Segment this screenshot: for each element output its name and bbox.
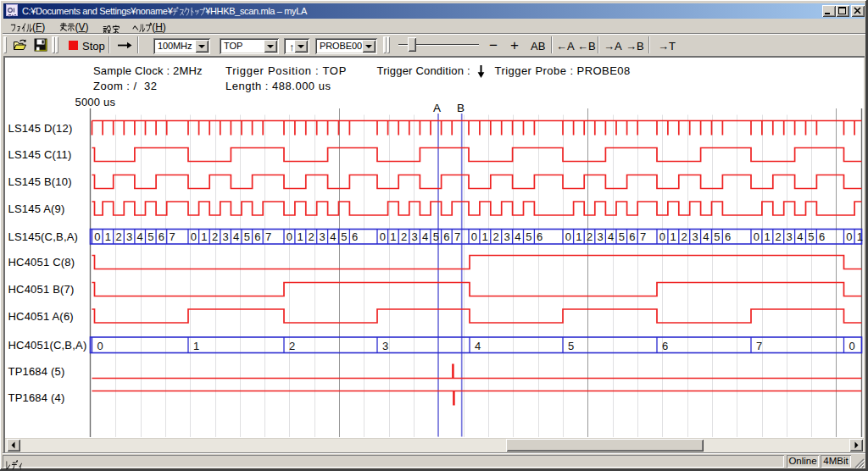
- svg-text:3: 3: [786, 230, 792, 243]
- svg-text:5: 5: [433, 230, 439, 243]
- svg-text:3: 3: [692, 230, 698, 243]
- svg-text:4: 4: [703, 230, 709, 243]
- svg-text:4: 4: [233, 230, 239, 243]
- svg-text:7: 7: [169, 230, 175, 243]
- svg-text:1: 1: [105, 230, 111, 243]
- svg-text:1: 1: [857, 230, 863, 243]
- svg-text:4: 4: [515, 230, 520, 243]
- svg-text:LS145 D(12): LS145 D(12): [8, 122, 73, 135]
- svg-text:TP1684 (5): TP1684 (5): [8, 365, 65, 378]
- svg-text:3: 3: [319, 230, 325, 243]
- svg-text:7: 7: [756, 340, 762, 352]
- svg-text:LS145 B(10): LS145 B(10): [8, 175, 72, 188]
- svg-text:HC4051 B(7): HC4051 B(7): [8, 283, 75, 296]
- svg-text:4: 4: [137, 230, 143, 243]
- svg-text:LS145 C(11): LS145 C(11): [8, 148, 72, 161]
- svg-text:5: 5: [244, 230, 250, 243]
- svg-text:4: 4: [422, 230, 428, 243]
- svg-text:2: 2: [587, 230, 593, 243]
- svg-text:Trigger Condition :: Trigger Condition :: [377, 64, 470, 77]
- svg-text:3: 3: [222, 230, 228, 243]
- svg-text:HC4051(C,B,A): HC4051(C,B,A): [8, 339, 87, 352]
- svg-text:2: 2: [681, 230, 687, 243]
- svg-text:0: 0: [849, 340, 854, 352]
- svg-text:6: 6: [159, 230, 164, 243]
- svg-text:5: 5: [341, 230, 347, 243]
- svg-text:0: 0: [754, 230, 760, 243]
- svg-text:2: 2: [775, 230, 781, 243]
- svg-text:3: 3: [504, 230, 509, 243]
- svg-text:1: 1: [482, 230, 488, 243]
- svg-text:6: 6: [352, 230, 358, 243]
- svg-text:2: 2: [308, 230, 314, 243]
- svg-text:1: 1: [670, 230, 676, 243]
- svg-text:7: 7: [454, 230, 460, 243]
- svg-text:0: 0: [380, 230, 386, 243]
- svg-text:1: 1: [193, 340, 199, 352]
- svg-text:6: 6: [662, 340, 668, 352]
- svg-text:B: B: [457, 102, 465, 114]
- svg-text:HC4051 C(8): HC4051 C(8): [8, 256, 75, 269]
- svg-text:6: 6: [537, 230, 542, 243]
- svg-text:LS145(C,B,A): LS145(C,B,A): [8, 230, 79, 243]
- svg-text:Trigger Probe : PROBE08: Trigger Probe : PROBE08: [495, 64, 631, 77]
- svg-text:4: 4: [330, 230, 336, 243]
- svg-text:5: 5: [526, 230, 531, 243]
- svg-text:0: 0: [287, 230, 292, 243]
- svg-text:0: 0: [565, 230, 571, 243]
- svg-text:2: 2: [401, 230, 407, 243]
- svg-text:4: 4: [797, 230, 803, 243]
- svg-text:5000 us: 5000 us: [75, 96, 116, 108]
- svg-text:5: 5: [808, 230, 814, 243]
- svg-text:Length : 488.000 us: Length : 488.000 us: [225, 80, 331, 92]
- svg-text:3: 3: [411, 230, 417, 243]
- svg-text:7: 7: [640, 230, 646, 243]
- svg-text:1: 1: [298, 230, 303, 243]
- svg-text:A: A: [433, 102, 441, 114]
- svg-text:4: 4: [475, 340, 481, 352]
- svg-text:5: 5: [568, 340, 574, 352]
- svg-text:6: 6: [819, 230, 825, 243]
- svg-text:5: 5: [147, 230, 153, 243]
- svg-text:3: 3: [382, 340, 388, 352]
- svg-text:5: 5: [619, 230, 625, 243]
- svg-text:Trigger Position : TOP: Trigger Position : TOP: [225, 64, 347, 77]
- svg-text:6: 6: [254, 230, 260, 243]
- svg-text:1: 1: [576, 230, 581, 243]
- svg-text:1: 1: [201, 230, 207, 243]
- svg-text:HC4051 A(6): HC4051 A(6): [8, 310, 74, 323]
- svg-text:4: 4: [608, 230, 614, 243]
- svg-text:6: 6: [725, 230, 731, 243]
- svg-text:5: 5: [714, 230, 720, 243]
- svg-text:0: 0: [471, 230, 477, 243]
- svg-text:0: 0: [659, 230, 665, 243]
- svg-text:0: 0: [846, 230, 852, 243]
- svg-text:TP1684 (4): TP1684 (4): [8, 391, 65, 404]
- svg-text:0: 0: [191, 230, 197, 243]
- svg-text:2: 2: [115, 230, 121, 243]
- svg-text:1: 1: [765, 230, 771, 243]
- svg-text:3: 3: [126, 230, 132, 243]
- svg-text:2: 2: [289, 340, 295, 352]
- svg-text:Sample Clock : 2MHz: Sample Clock : 2MHz: [93, 64, 203, 77]
- svg-text:2: 2: [492, 230, 498, 243]
- svg-text:Zoom : / 32: Zoom : / 32: [93, 80, 157, 92]
- svg-text:2: 2: [212, 230, 218, 243]
- svg-text:0: 0: [97, 340, 103, 352]
- svg-text:7: 7: [265, 230, 271, 243]
- svg-text:6: 6: [629, 230, 635, 243]
- svg-text:0: 0: [94, 230, 100, 243]
- svg-text:1: 1: [390, 230, 396, 243]
- svg-text:3: 3: [597, 230, 603, 243]
- svg-text:6: 6: [443, 230, 449, 243]
- svg-text:LS145 A(9): LS145 A(9): [8, 202, 65, 215]
